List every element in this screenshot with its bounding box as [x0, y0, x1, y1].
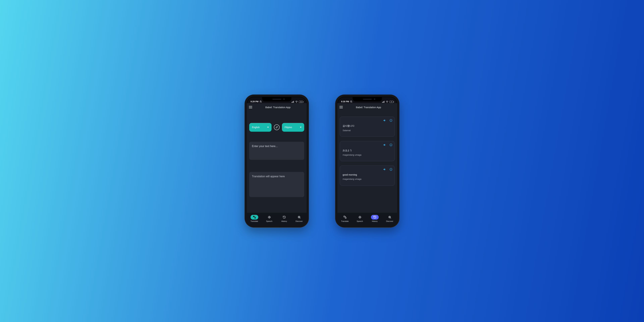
side-button [399, 129, 399, 142]
tab-speech[interactable]: Speech [264, 215, 275, 222]
tab-label: Discover [386, 220, 393, 222]
svg-rect-10 [384, 101, 384, 103]
history-icon [282, 216, 286, 219]
status-bar: 9:29 PM 78 [247, 97, 306, 103]
history-icon [373, 216, 376, 219]
history-card[interactable]: 감사합니다 Salamat [340, 116, 395, 137]
tab-label: Discover [296, 220, 303, 222]
app-screen-history: Babel: Translation App 감사합니다 Salamat [338, 103, 397, 225]
tab-label: History [372, 220, 378, 222]
dnd-icon [350, 100, 352, 103]
speaker-icon[interactable] [383, 119, 386, 122]
dnd-icon [260, 100, 262, 103]
svg-rect-7 [382, 102, 382, 103]
tab-translate[interactable]: Translate [248, 215, 260, 222]
source-text-input[interactable]: Enter your text here... [249, 142, 304, 160]
signal-icon [382, 101, 385, 103]
svg-rect-0 [292, 102, 292, 103]
tab-discover[interactable]: Discover [384, 215, 396, 222]
tab-translate[interactable]: Translate [339, 215, 351, 222]
tab-label: History [281, 220, 287, 222]
history-list: 감사합니다 Salamat おはよう magandang umaga [340, 116, 395, 186]
speech-icon [268, 216, 271, 219]
history-source-text: 감사합니다 [343, 124, 392, 128]
history-target-text: Salamat [343, 129, 392, 132]
wifi-icon [386, 101, 388, 103]
tab-history[interactable]: History [369, 215, 381, 222]
app-bar: Babel: Translation App [338, 103, 397, 111]
svg-point-4 [296, 102, 297, 103]
status-time: 9:30 PM [341, 100, 349, 103]
svg-point-17 [388, 216, 390, 218]
side-button [245, 125, 245, 134]
side-button [245, 117, 245, 122]
tab-label: Translate [341, 220, 349, 222]
app-bar: Babel: Translation App [247, 103, 306, 111]
app-title: Babel: Translation App [251, 106, 304, 109]
status-time: 9:29 PM [250, 100, 258, 103]
chevron-down-icon [300, 127, 302, 128]
source-language-dropdown[interactable]: English [249, 123, 272, 132]
output-placeholder: Translation will appear here [252, 175, 285, 178]
history-source-text: good morning [343, 174, 392, 176]
history-target-text: magandang umaga [343, 154, 392, 156]
translation-output: Translation will appear here [249, 172, 304, 197]
app-title: Babel: Translation App [342, 106, 395, 109]
language-selector-row: English Filipino [249, 123, 304, 132]
bottom-tab-bar: Translate Speech History Discover [338, 213, 397, 225]
tab-label: Speech [357, 220, 363, 222]
discover-icon [298, 216, 301, 219]
battery-indicator: 77 [390, 101, 394, 103]
translate-icon [343, 216, 347, 219]
tab-speech[interactable]: Speech [354, 215, 366, 222]
translate-icon [253, 216, 256, 219]
target-language-label: Filipino [284, 126, 292, 129]
history-source-text: おはよう [343, 149, 392, 152]
svg-rect-9 [384, 101, 384, 103]
swap-languages-button[interactable] [274, 124, 280, 130]
speech-icon [358, 216, 362, 219]
svg-point-5 [298, 216, 300, 218]
phone-mockup-translate: 9:29 PM 78 Babel: Translation App Englis… [245, 95, 308, 227]
svg-rect-16 [345, 217, 346, 218]
source-language-label: English [252, 126, 260, 129]
speaker-icon[interactable] [383, 143, 386, 146]
side-button [245, 136, 245, 146]
svg-rect-1 [292, 102, 292, 103]
target-language-dropdown[interactable]: Filipino [282, 123, 304, 132]
battery-indicator: 78 [299, 101, 303, 103]
chevron-down-icon [267, 127, 269, 128]
info-icon[interactable] [389, 119, 392, 122]
info-icon[interactable] [389, 143, 392, 146]
svg-rect-8 [383, 102, 383, 103]
phone-mockup-history: 9:30 PM 77 Babel: Translation App [336, 95, 399, 227]
app-screen-translate: Babel: Translation App English Filipino … [247, 103, 306, 225]
svg-point-11 [387, 102, 387, 103]
tab-label: Speech [266, 220, 272, 222]
swap-icon [275, 126, 278, 129]
history-card[interactable]: good morning magandang umaga [340, 166, 395, 186]
svg-point-6 [298, 217, 299, 218]
tab-history[interactable]: History [278, 215, 290, 222]
svg-rect-3 [294, 101, 294, 103]
discover-icon [388, 216, 392, 219]
info-icon[interactable] [389, 168, 392, 171]
tab-discover[interactable]: Discover [293, 215, 305, 222]
svg-rect-2 [293, 101, 293, 103]
svg-point-18 [389, 217, 390, 218]
bottom-tab-bar: Translate Speech History Discover [247, 213, 306, 225]
history-card[interactable]: おはよう magandang umaga [340, 141, 395, 161]
input-placeholder: Enter your text here... [252, 145, 278, 148]
status-bar: 9:30 PM 77 [338, 97, 397, 103]
svg-rect-15 [344, 216, 345, 217]
wifi-icon [295, 101, 298, 103]
tab-label: Translate [250, 220, 258, 222]
history-target-text: magandang umaga [343, 178, 392, 180]
signal-icon [292, 101, 294, 103]
speaker-icon[interactable] [383, 168, 386, 171]
